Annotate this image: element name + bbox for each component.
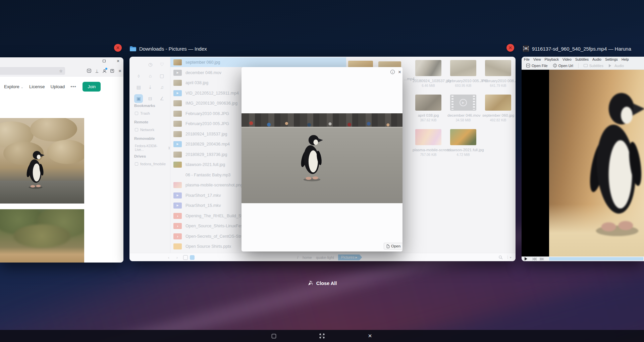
music-place-icon[interactable]: ♫	[158, 83, 166, 92]
grid-thumbnail	[485, 60, 511, 76]
downloads-place-icon[interactable]: ⇣	[146, 83, 155, 92]
nav-more-icon[interactable]: •••	[70, 84, 76, 89]
grid-item[interactable]: tdawson-2021.full.jpg 4.72 MiB	[447, 129, 479, 157]
grid-item-name: december 046.mov	[447, 113, 479, 117]
menu-help[interactable]: Help	[622, 57, 629, 61]
breadcrumb-root[interactable]: /	[297, 253, 298, 261]
open-button[interactable]: Open	[384, 243, 402, 249]
favorites-place-icon[interactable]: ♡	[158, 60, 166, 69]
bookmark-star-icon[interactable]: ☆	[59, 69, 63, 73]
file-name: IMG_20200130_090636.jpg	[185, 101, 237, 106]
restore-window-icon[interactable]	[101, 58, 107, 64]
tags-place-icon[interactable]: ⬨	[134, 71, 143, 80]
haruna-controls	[522, 256, 644, 261]
grid-item-size: 4.72 MiB	[447, 153, 479, 157]
recent-place-icon[interactable]: ◷	[146, 60, 155, 69]
menu-view[interactable]: View	[533, 57, 541, 61]
close-all-button[interactable]: Close All	[0, 280, 644, 286]
url-bar[interactable]: ☆	[0, 67, 65, 75]
grid-item[interactable]: september 060.jpg 492.82 KiB	[482, 95, 514, 122]
grid-item[interactable]: 20180924_103537.jpg 6.46 MiB	[413, 60, 444, 88]
menu-settings[interactable]: Settings	[605, 57, 618, 61]
nav-license[interactable]: License	[29, 84, 45, 89]
menu-subtitles[interactable]: Subtitles	[575, 57, 589, 61]
file-name: december 046.mov	[185, 70, 221, 75]
split-view-icon[interactable]	[183, 253, 188, 261]
join-button[interactable]: Join	[83, 82, 101, 92]
file-thumbnail	[173, 90, 182, 96]
video-area[interactable]	[522, 70, 644, 256]
pictures-place-icon[interactable]: ▣	[134, 94, 143, 103]
grid-item[interactable]: plasma-mobile-screen... 757.06 KiB	[413, 129, 444, 157]
open-file-button[interactable]: Open File	[524, 63, 550, 68]
menu-audio[interactable]: Audio	[592, 57, 601, 61]
documents-place-icon[interactable]: ▤	[134, 83, 143, 92]
penguin-photo-rocks[interactable]	[0, 118, 84, 204]
breadcrumb-folder[interactable]: quake-light	[316, 253, 334, 261]
desktop-place-icon[interactable]: ▢	[158, 71, 166, 80]
grid-item[interactable]: december 046.mov 34.58 MiB	[447, 95, 479, 122]
nav-upload[interactable]: Upload	[50, 84, 65, 89]
grid-item-name: February2010 008.JPG	[482, 79, 514, 83]
close-icon[interactable]: ✕	[367, 333, 373, 339]
close-window-badge-firefox[interactable]: ✕	[114, 44, 122, 52]
home-place-icon[interactable]: ⌂	[146, 71, 155, 80]
audio-button[interactable]: Audio	[607, 63, 626, 68]
overflow-menu-icon[interactable]: ⋮	[506, 253, 509, 261]
previous-chapter-icon[interactable]	[532, 258, 537, 261]
breadcrumb-current[interactable]: Pictures ▸	[338, 253, 362, 261]
file-list-item[interactable]: september 060.jpg	[170, 57, 346, 67]
unmount-icon[interactable]: ⊻	[168, 146, 170, 150]
grid-thumbnail	[450, 129, 476, 145]
breadcrumb-home[interactable]: home	[303, 253, 312, 261]
grid-item[interactable]: april 038.jpg 367.62 KiB	[413, 95, 444, 122]
file-name: tdawson-2021.full.jpg	[185, 162, 225, 167]
menu-file[interactable]: File	[524, 57, 530, 61]
nav-explore[interactable]: Explore ⌄	[4, 84, 23, 89]
sidebar-item-network[interactable]: Network	[135, 128, 154, 132]
menu-icon[interactable]: ≡	[117, 67, 123, 74]
overview-taskbar: ✕	[0, 330, 644, 342]
penguin-photo-trees[interactable]	[0, 209, 84, 263]
grid-item-size: 641.79 KiB	[482, 84, 514, 88]
grid-item-size: 367.62 KiB	[413, 118, 444, 122]
library-icon[interactable]	[109, 67, 115, 74]
info-icon[interactable]: i	[390, 69, 395, 74]
sidebar-item-fedora-fmobile[interactable]: fedora_fmobile	[135, 162, 166, 166]
close-window-badge-filemanager[interactable]: ✕	[506, 44, 514, 52]
chevron-down-icon[interactable]: ▾	[510, 253, 512, 261]
menu-playback[interactable]: Playback	[545, 57, 559, 61]
drive-icon	[135, 162, 138, 166]
download-icon[interactable]: ↓	[94, 67, 100, 74]
search-icon[interactable]	[498, 253, 503, 261]
play-icon	[460, 99, 467, 106]
close-icon[interactable]: ✕	[397, 69, 402, 74]
windows-overview-icon[interactable]	[271, 333, 277, 339]
grid-view-icon[interactable]	[190, 253, 195, 261]
slideshow-place-icon[interactable]: ∠	[158, 94, 166, 103]
sidebar-item-fedora-live[interactable]: Fedora-KDEM-Live...⊻	[135, 144, 170, 152]
menu-video[interactable]: Video	[562, 57, 572, 61]
videos-place-icon[interactable]: ⊟	[146, 94, 155, 103]
account-icon[interactable]	[102, 67, 107, 74]
desktop-grid-icon[interactable]	[319, 333, 325, 339]
firefox-titlebar: ✕	[0, 57, 123, 65]
sidebar-item-trash[interactable]: Trash	[135, 111, 150, 115]
subtitles-button[interactable]: Subtitles	[582, 63, 605, 68]
seek-bar[interactable]	[549, 257, 643, 261]
file-thumbnail	[173, 100, 182, 106]
overview-screen: Downloads - Pictures — Index ✕ ✕ H 91161…	[0, 0, 644, 342]
back-arrow-icon[interactable]: ‹	[168, 253, 169, 261]
grid-item[interactable]: February2010 005.JPG 693.95 KiB	[447, 60, 479, 88]
forward-arrow-icon[interactable]: ›	[176, 253, 178, 261]
grid-item[interactable]: February2010 008.JPG 641.79 KiB	[482, 60, 514, 88]
pocket-icon[interactable]	[86, 67, 92, 74]
close-window-icon[interactable]: ✕	[115, 58, 121, 64]
haruna-window[interactable]: File View Playback Video Subtitles Audio…	[522, 57, 644, 261]
open-url-button[interactable]: Open Url	[551, 63, 575, 68]
firefox-window[interactable]: ✕ ☆ ↓ ≡ Explore	[0, 57, 123, 263]
play-button[interactable]	[525, 257, 529, 261]
next-chapter-icon[interactable]	[540, 258, 544, 261]
filemanager-window-title: Downloads - Pictures — Index	[129, 45, 207, 52]
image-preview-dialog[interactable]: i ✕ Open	[241, 67, 402, 251]
